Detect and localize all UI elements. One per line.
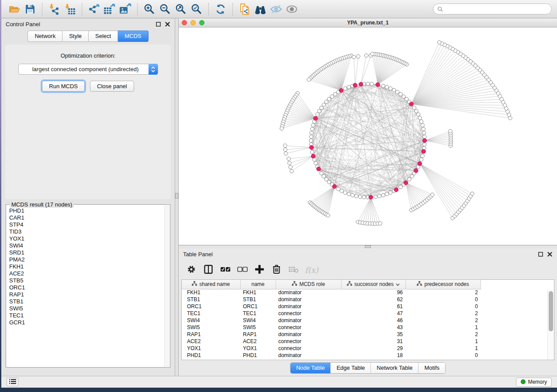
tab-motifs[interactable]: Motifs [419,363,445,373]
deselect-all-columns-button[interactable] [237,264,248,275]
import-table-button[interactable] [62,2,78,16]
table-row[interactable]: SWI5SWI5connector431 [182,324,481,331]
mcds-result-item[interactable]: ORC1 [9,284,164,291]
plus-icon [255,265,264,275]
import-network-button[interactable] [46,2,62,16]
mcds-result-item[interactable]: PHD1 [9,207,164,214]
export-image-button[interactable] [118,2,133,16]
table-row[interactable]: ACE2ACE2connector311 [182,338,481,345]
zoom-in-button[interactable] [142,2,157,16]
close-panel-button[interactable]: Close panel [90,81,134,92]
task-history-button[interactable] [7,378,18,386]
mcds-result-item[interactable]: CAR1 [9,214,164,221]
mcds-result-item[interactable]: ACE2 [9,270,164,277]
refresh-network-button[interactable] [213,2,228,16]
export-table-icon [103,3,116,15]
mcds-result-item[interactable]: STB1 [9,298,164,305]
status-bar: Memory [1,376,557,388]
tab-network[interactable]: Network [28,31,62,42]
function-builder-button[interactable]: f(x) [305,265,318,275]
list-icon [9,379,16,385]
tab-node-table[interactable]: Node Table [291,363,331,373]
tab-mcds[interactable]: MCDS [118,31,148,42]
zoom-out-button[interactable] [157,2,173,16]
table-row[interactable]: SWI4SWI4dominator462 [182,317,481,324]
select-all-columns-button[interactable] [220,264,231,275]
column-layout-button[interactable] [203,264,214,275]
float-panel-icon[interactable] [156,21,161,27]
mcds-result-item[interactable]: STP4 [9,221,164,228]
hide-selected-button[interactable] [268,2,284,16]
mcds-result-item[interactable]: SWI5 [9,305,164,312]
first-neighbors-button[interactable] [253,2,268,16]
tab-select[interactable]: Select [89,31,118,42]
mcds-result-item[interactable]: STB5 [9,277,164,284]
show-all-button[interactable] [284,2,300,16]
export-table-button[interactable] [102,2,118,16]
splitter-handle[interactable] [365,245,371,248]
column-header-successor-nodes[interactable]: successor nodes [341,280,405,289]
vertical-splitter[interactable] [175,18,179,376]
table-panel-header: Table Panel [179,248,557,260]
open-folder-icon [9,3,20,15]
mcds-result-item[interactable]: GCR1 [9,319,164,326]
toolbar-separator [208,3,209,15]
hide-eye-icon [270,3,283,15]
table-row[interactable]: RAP1RAP1dominator352 [182,331,481,338]
table-settings-button[interactable] [186,264,197,275]
mcds-result-item[interactable]: TEC1 [9,312,164,319]
column-header-name[interactable]: name [240,280,276,289]
mcds-result-item[interactable]: FKH1 [9,263,164,270]
save-session-button[interactable] [22,2,38,16]
splitter-handle[interactable] [175,193,178,199]
main-toolbar [1,0,557,18]
add-column-button[interactable] [254,264,265,275]
zoom-fit-icon [175,3,187,15]
search-input[interactable] [445,6,547,12]
cytoscape-window: Control Panel Network Style Select MCDS … [1,0,557,388]
toolbar-separator [82,3,82,15]
result-list-scrollbar[interactable] [164,205,170,367]
close-panel-icon[interactable] [165,21,170,27]
mcds-result-item[interactable]: YOX1 [9,235,164,242]
open-file-button[interactable] [7,2,22,16]
table-row[interactable]: YOX1YOX1connector291 [182,345,481,352]
column-header-predecessor-nodes[interactable]: predecessor nodes [405,280,481,289]
tab-style[interactable]: Style [62,31,89,42]
mcds-result-group: MCDS result (17 nodes) PHD1CAR1STP4TID3Y… [6,204,170,368]
close-panel-icon[interactable] [547,251,553,257]
mcds-result-item[interactable]: SRD1 [9,249,164,256]
mcds-result-item[interactable]: PMA2 [9,256,164,263]
zoom-in-icon [143,3,156,15]
memory-status-icon [521,379,526,384]
zoom-selected-button[interactable] [189,2,204,16]
table-row[interactable]: ORC1ORC1dominator610 [182,303,481,310]
criterion-selected-value: largest connected component (undirected) [23,66,158,72]
table-scrollbar[interactable] [547,289,554,360]
column-header-MCDS-role[interactable]: MCDS role [276,280,341,289]
scrollbar-thumb[interactable] [549,291,553,331]
export-network-button[interactable] [86,2,102,16]
tab-edge-table[interactable]: Edge Table [331,363,371,373]
memory-button[interactable]: Memory [516,378,552,387]
delete-column-button[interactable] [271,264,282,275]
column-header-shared-name[interactable]: shared name [182,280,240,289]
zoom-fit-button[interactable] [173,2,189,16]
table-row[interactable]: STB1STB1dominator620 [182,296,481,303]
network-graph [179,28,557,245]
mcds-result-item[interactable]: RAP1 [9,291,164,298]
table-row[interactable]: PHD1PHD1dominator180 [182,352,481,359]
tab-network-table[interactable]: Network Table [371,363,419,373]
table-row[interactable]: FKH1FKH1dominator962 [182,289,481,296]
search-field [433,3,552,14]
horizontal-splitter[interactable] [179,245,557,248]
network-canvas[interactable] [179,28,557,245]
float-panel-icon[interactable] [538,251,543,257]
copy-network-button[interactable] [237,2,253,16]
run-mcds-button[interactable]: Run MCDS [42,81,85,92]
delete-table-button[interactable] [288,264,299,275]
mcds-result-item[interactable]: TID3 [9,228,164,235]
mcds-result-item[interactable]: SWI4 [9,242,164,249]
table-row[interactable]: TEC1TEC1connector472 [182,310,481,317]
criterion-select[interactable]: largest connected component (undirected) [18,64,158,75]
